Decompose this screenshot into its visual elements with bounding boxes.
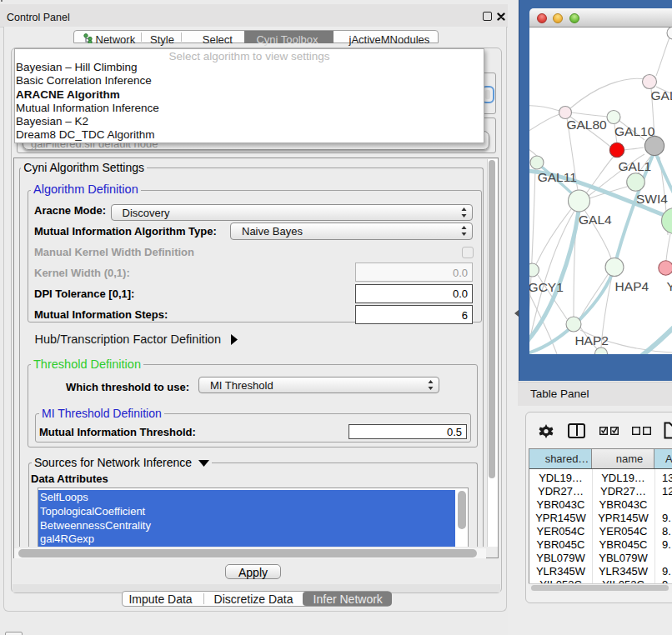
svg-text:SWI4: SWI4 xyxy=(636,192,668,206)
svg-text:GAL80: GAL80 xyxy=(566,118,607,132)
svg-text:Y: Y xyxy=(666,279,672,293)
svg-text:GAL1: GAL1 xyxy=(619,159,652,173)
svg-text:GAL2: GAL2 xyxy=(651,88,672,102)
svg-text:GAL4: GAL4 xyxy=(579,212,612,227)
svg-text:GAL11: GAL11 xyxy=(538,170,577,184)
svg-text:HAP4: HAP4 xyxy=(615,279,649,293)
svg-text:HAP2: HAP2 xyxy=(574,333,609,348)
svg-text:GCY1: GCY1 xyxy=(529,280,564,294)
svg-text:GAL10: GAL10 xyxy=(614,124,655,138)
